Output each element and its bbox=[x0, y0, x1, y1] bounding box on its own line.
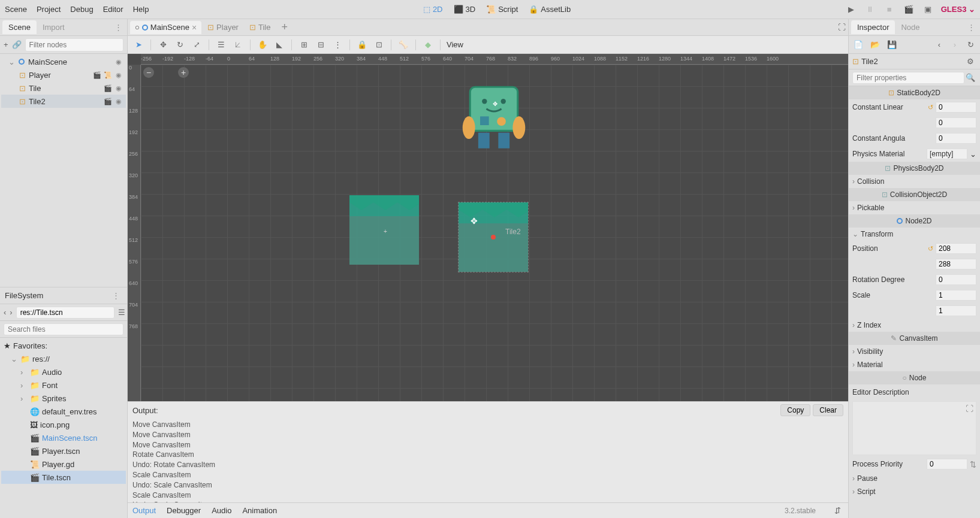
fs-search-input[interactable] bbox=[4, 323, 123, 335]
fs-item-mainscene-tscn[interactable]: 🎬MainScene.tscn bbox=[1, 431, 126, 444]
group-icon[interactable]: ⊡ bbox=[373, 39, 385, 51]
snap-grid-icon[interactable]: ⊟ bbox=[315, 39, 327, 51]
fold-script[interactable]: ›Script bbox=[849, 485, 980, 498]
desc-expand-icon[interactable]: ⛶ bbox=[963, 402, 976, 416]
spinner-icon[interactable]: ⇅ bbox=[970, 460, 976, 469]
insp-load-icon[interactable]: 📂 bbox=[869, 39, 881, 51]
mode-script[interactable]: 📜 Script bbox=[486, 5, 518, 14]
list-tool-icon[interactable]: ☰ bbox=[215, 39, 227, 51]
fs-back-icon[interactable]: ‹ bbox=[4, 307, 6, 319]
scale-x-input[interactable] bbox=[936, 290, 976, 301]
select-tool-icon[interactable]: ➤ bbox=[132, 39, 144, 51]
scene-tab-tile[interactable]: ⊡ Tile bbox=[245, 21, 275, 34]
editor-description-input[interactable]: ⛶ bbox=[852, 401, 976, 455]
constant-linear-y-input[interactable] bbox=[936, 117, 976, 128]
fs-view-icon[interactable]: ☰ bbox=[118, 307, 125, 319]
constant-linear-x-input[interactable] bbox=[936, 102, 976, 113]
zoom-out-icon[interactable]: − bbox=[143, 67, 154, 78]
scale-y-input[interactable] bbox=[936, 305, 976, 316]
add-node-icon[interactable]: + bbox=[4, 39, 8, 51]
fs-item-icon-png[interactable]: 🖼icon.png bbox=[1, 418, 126, 431]
fs-item-sprites[interactable]: ›📁Sprites bbox=[1, 392, 126, 405]
mode-assetlib[interactable]: 🔒 AssetLib bbox=[529, 5, 571, 14]
menu-project[interactable]: Project bbox=[37, 5, 61, 14]
rotation-input[interactable] bbox=[936, 274, 976, 285]
insp-history-icon[interactable]: ↻ bbox=[964, 39, 976, 51]
zoom-in-icon[interactable]: + bbox=[178, 67, 189, 78]
tab-audio[interactable]: Audio bbox=[212, 506, 231, 515]
add-scene-tab[interactable]: + bbox=[276, 21, 293, 34]
tab-node[interactable]: Node bbox=[895, 20, 925, 34]
output-log[interactable]: Move CanvasItemMove CanvasItemMove Canva… bbox=[128, 419, 848, 502]
inspector-options-icon[interactable]: ⋮ bbox=[965, 23, 978, 32]
fold-visibility[interactable]: ›Visibility bbox=[849, 345, 980, 358]
fold-collision[interactable]: ›Collision bbox=[849, 175, 980, 188]
instance-icon[interactable]: 🔗 bbox=[12, 39, 22, 51]
fold-material[interactable]: ›Material bbox=[849, 358, 980, 371]
section-collisionobject[interactable]: ⊡CollisionObject2D bbox=[849, 188, 980, 201]
fs-item-font[interactable]: ›📁Font bbox=[1, 378, 126, 392]
fs-favorites[interactable]: ★Favorites: bbox=[1, 339, 126, 352]
measure-tool-icon[interactable]: ◣ bbox=[273, 39, 285, 51]
pause-button[interactable]: ⏸ bbox=[864, 4, 876, 16]
rotate-tool-icon[interactable]: ↻ bbox=[174, 39, 186, 51]
tab-animation[interactable]: Animation bbox=[242, 506, 277, 515]
bone-icon[interactable]: 🦴 bbox=[397, 39, 409, 51]
scene-tab-mainscene[interactable]: ○ MainScene × bbox=[130, 21, 201, 34]
output-expand-icon[interactable]: ⇵ bbox=[831, 505, 843, 517]
tab-output[interactable]: Output bbox=[132, 506, 156, 515]
chevron-down-icon[interactable]: ⌄ bbox=[970, 150, 976, 159]
fs-item-res---[interactable]: ⌄📁res:// bbox=[1, 352, 126, 365]
fs-fwd-icon[interactable]: › bbox=[10, 307, 12, 319]
anim-key-icon[interactable]: ◆ bbox=[422, 39, 434, 51]
mode-2d[interactable]: ⬚ 2D bbox=[423, 5, 443, 14]
tab-inspector[interactable]: Inspector bbox=[851, 20, 895, 34]
clear-button[interactable]: Clear bbox=[813, 404, 843, 416]
insp-fwd-icon[interactable]: › bbox=[949, 39, 961, 51]
process-priority-input[interactable] bbox=[927, 459, 967, 469]
fs-item-default-env-tres[interactable]: 🌐default_env.tres bbox=[1, 405, 126, 418]
tree-item-player[interactable]: ⊡Player🎬📜◉ bbox=[1, 68, 126, 81]
insp-back-icon[interactable]: ‹ bbox=[933, 39, 945, 51]
play-button[interactable]: ▶ bbox=[845, 4, 857, 16]
tree-item-tile[interactable]: ⊡Tile🎬◉ bbox=[1, 81, 126, 95]
scene-filter-input[interactable] bbox=[25, 38, 123, 52]
player-sprite[interactable] bbox=[461, 84, 527, 153]
insp-new-icon[interactable]: 📄 bbox=[852, 39, 864, 51]
fs-item-audio[interactable]: ›📁Audio bbox=[1, 365, 126, 378]
reset-icon[interactable]: ↺ bbox=[928, 104, 933, 111]
tree-item-mainscene[interactable]: ⌄MainScene◉ bbox=[1, 55, 126, 68]
constant-angular-input[interactable] bbox=[936, 133, 976, 144]
fold-pickable[interactable]: ›Pickable bbox=[849, 201, 980, 214]
inspector-filter-input[interactable] bbox=[852, 72, 964, 84]
fold-zindex[interactable]: ›Z Index bbox=[849, 319, 980, 332]
reset-position-icon[interactable]: ↺ bbox=[928, 245, 933, 253]
fs-item-player-tscn[interactable]: 🎬Player.tscn bbox=[1, 444, 126, 458]
panel-options-icon[interactable]: ⋮ bbox=[112, 23, 125, 32]
view-menu[interactable]: View bbox=[447, 40, 463, 49]
close-tab-icon[interactable]: × bbox=[192, 23, 197, 32]
section-canvasitem[interactable]: ✎CanvasItem bbox=[849, 332, 980, 345]
menu-help[interactable]: Help bbox=[133, 5, 149, 14]
snap-icon[interactable]: ⊞ bbox=[298, 39, 310, 51]
section-node2d[interactable]: Node2D bbox=[849, 214, 980, 228]
insp-extra-icon[interactable]: ⚙ bbox=[964, 56, 976, 68]
section-physicsbody[interactable]: ⊡PhysicsBody2D bbox=[849, 162, 980, 175]
menu-editor[interactable]: Editor bbox=[103, 5, 123, 14]
scene-tab-player[interactable]: ⊡ Player bbox=[203, 21, 243, 34]
fs-path-input[interactable] bbox=[16, 307, 114, 319]
canvas-area[interactable]: − + ✥ + ✥ bbox=[141, 65, 848, 401]
pan-tool-icon[interactable]: ✋ bbox=[257, 39, 269, 51]
lock-icon[interactable]: 🔒 bbox=[356, 39, 368, 51]
fs-options-icon[interactable]: ⋮ bbox=[110, 291, 122, 300]
tree-item-tile2[interactable]: ⊡Tile2🎬◉ bbox=[1, 95, 126, 108]
stop-button[interactable]: ■ bbox=[883, 4, 895, 16]
tab-scene[interactable]: Scene bbox=[2, 20, 37, 34]
menu-debug[interactable]: Debug bbox=[70, 5, 93, 14]
fs-item-tile-tscn[interactable]: 🎬Tile.tscn bbox=[1, 471, 126, 484]
play-custom-button[interactable]: ▣ bbox=[922, 4, 934, 16]
section-staticbody[interactable]: ⊡StaticBody2D bbox=[849, 86, 980, 99]
insp-search-icon[interactable]: 🔍 bbox=[964, 72, 976, 84]
mode-3d[interactable]: ⬛ 3D bbox=[454, 5, 476, 14]
physics-material-select[interactable]: [empty] bbox=[927, 149, 967, 159]
